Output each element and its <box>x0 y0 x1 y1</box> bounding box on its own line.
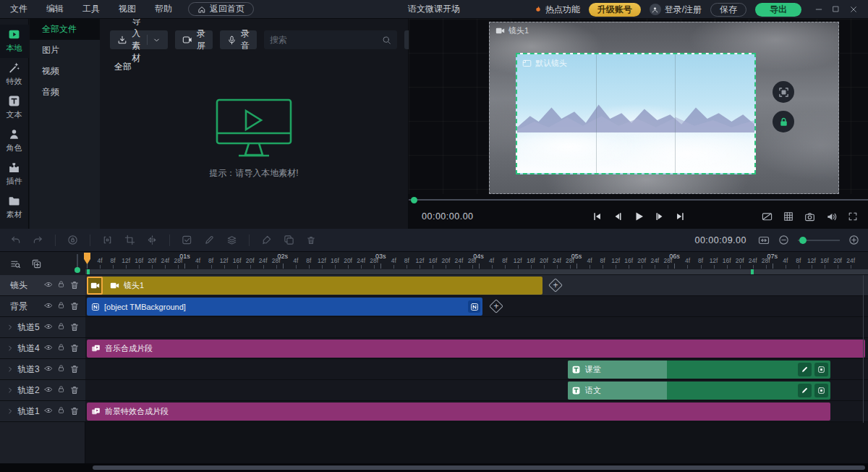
sidebar-item-1[interactable]: 特效 <box>0 58 29 91</box>
export-button[interactable]: 导出 <box>755 3 801 17</box>
volume-button[interactable] <box>826 211 837 222</box>
zoom-slider-handle[interactable] <box>799 237 807 244</box>
track-visibility-icon[interactable] <box>44 301 53 311</box>
record-voice-button[interactable]: 录音 <box>220 30 257 49</box>
track-lane-轨道4[interactable]: 音乐合成片段 <box>85 338 868 358</box>
selected-keyframe[interactable] <box>87 277 103 295</box>
clip-composite[interactable]: 音乐合成片段 <box>87 340 865 358</box>
timeline-overview-strip[interactable] <box>85 269 868 274</box>
menu-item-4[interactable]: 帮助 <box>155 3 172 15</box>
format-brush-button[interactable] <box>261 235 272 245</box>
play-button[interactable] <box>633 211 644 222</box>
sidebar-item-0[interactable]: 本地 <box>0 25 29 58</box>
snapshot-button[interactable] <box>804 211 815 222</box>
hot-features-button[interactable]: 热点功能 <box>534 4 580 16</box>
add-track-icon[interactable] <box>31 258 42 269</box>
clip-composite[interactable]: 前景特效合成片段 <box>87 403 830 421</box>
track-delete-icon[interactable] <box>69 385 80 395</box>
add-keyframe-button[interactable]: + <box>550 279 561 291</box>
track-delete-icon[interactable] <box>69 406 80 416</box>
minimize-button[interactable] <box>814 5 827 14</box>
redo-button[interactable] <box>33 235 43 245</box>
track-visibility-icon[interactable] <box>44 322 53 332</box>
save-button[interactable]: 保存 <box>710 3 746 17</box>
chevron-right-icon[interactable] <box>7 387 14 394</box>
sidebar-item-4[interactable]: 插件 <box>0 158 29 191</box>
horizontal-scrollbar[interactable] <box>0 463 868 472</box>
file-filter-2[interactable]: 视频 <box>30 61 100 82</box>
timeline-ruler[interactable]: 0s4f8f12f16f20f24f28f01s4f8f12f16f20f24f… <box>85 252 868 269</box>
clip-fade-segment[interactable]: 语文 <box>568 382 667 400</box>
track-visibility-icon[interactable] <box>44 385 53 395</box>
sidebar-item-3[interactable]: 角色 <box>0 125 29 158</box>
clip-camera[interactable]: 镜头1 <box>87 277 542 295</box>
zoom-out-button[interactable] <box>778 235 789 245</box>
auto-keyframe-button[interactable] <box>67 235 78 245</box>
search-input[interactable] <box>270 35 382 45</box>
track-header-镜头[interactable]: 镜头 <box>0 275 85 295</box>
track-lane-轨道3[interactable]: 课堂 <box>85 359 868 379</box>
track-header-轨道2[interactable]: 轨道2 <box>0 380 85 400</box>
seek-handle[interactable] <box>411 197 417 203</box>
track-delete-icon[interactable] <box>69 301 80 311</box>
scrollbar-thumb[interactable] <box>93 465 865 470</box>
track-lane-镜头[interactable]: 镜头1+ <box>85 275 868 295</box>
track-visibility-icon[interactable] <box>44 343 53 353</box>
menu-item-3[interactable]: 视图 <box>119 3 136 15</box>
clip-frame-button[interactable] <box>814 363 828 376</box>
select-edit-button[interactable] <box>182 235 192 245</box>
sidebar-item-5[interactable]: 素材 <box>0 191 29 224</box>
fit-timeline-button[interactable] <box>758 235 770 246</box>
file-filter-3[interactable]: 音频 <box>30 82 100 103</box>
track-lock-icon[interactable] <box>57 385 65 395</box>
preview-seekbar[interactable] <box>409 197 868 203</box>
track-delete-icon[interactable] <box>69 322 80 332</box>
track-lock-icon[interactable] <box>57 343 65 353</box>
track-visibility-icon[interactable] <box>44 406 53 416</box>
track-lane-背景[interactable]: [object TMBackground]+ <box>85 296 868 316</box>
previous-frame-button[interactable] <box>613 211 623 222</box>
display-mode-button[interactable] <box>762 211 773 222</box>
track-delete-icon[interactable] <box>69 364 80 374</box>
menu-item-0[interactable]: 文件 <box>10 3 27 15</box>
track-lane-轨道2[interactable]: 语文 <box>85 380 868 400</box>
search-icon[interactable] <box>382 35 391 45</box>
track-visibility-icon[interactable] <box>44 280 53 290</box>
track-lock-icon[interactable] <box>57 322 65 332</box>
skip-start-button[interactable] <box>592 211 603 222</box>
track-header-背景[interactable]: 背景 <box>0 296 85 316</box>
menu-item-2[interactable]: 工具 <box>82 3 100 15</box>
close-button[interactable] <box>849 5 862 14</box>
chevron-right-icon[interactable] <box>7 408 14 415</box>
track-lock-icon[interactable] <box>57 280 65 290</box>
lock-camera-button[interactable] <box>773 111 794 132</box>
fullscreen-button[interactable] <box>848 211 858 222</box>
edit-pen-button[interactable] <box>204 235 215 245</box>
delete-button[interactable] <box>306 235 316 245</box>
track-visibility-icon[interactable] <box>44 364 53 374</box>
import-media-button[interactable]: 导入素材 <box>110 30 168 49</box>
tab-all[interactable]: 全部 <box>114 61 408 73</box>
clip-fade-segment[interactable]: 课堂 <box>568 361 667 379</box>
split-button[interactable] <box>102 235 113 245</box>
clip-background[interactable]: [object TMBackground] <box>87 298 482 316</box>
preview-stage[interactable]: 镜头1 默认镜头 <box>409 19 868 194</box>
clip-animate-button[interactable] <box>798 384 812 397</box>
track-manager-icon[interactable] <box>10 258 21 269</box>
mirror-button[interactable] <box>147 235 158 245</box>
zoom-in-button[interactable] <box>848 235 859 245</box>
track-header-轨道5[interactable]: 轨道5 <box>0 317 85 337</box>
maximize-button[interactable] <box>832 5 845 14</box>
safe-grid-button[interactable] <box>783 211 793 222</box>
search-box[interactable] <box>264 30 397 49</box>
track-delete-icon[interactable] <box>69 280 80 290</box>
track-lane-轨道1[interactable]: 前景特效合成片段 <box>85 401 868 421</box>
chevron-down-icon[interactable] <box>153 36 161 44</box>
login-button[interactable]: 登录/注册 <box>650 4 702 16</box>
focus-camera-button[interactable] <box>773 81 794 103</box>
skip-end-button[interactable] <box>675 211 685 222</box>
undo-button[interactable] <box>10 235 21 245</box>
chevron-right-icon[interactable] <box>7 324 14 331</box>
clip-text[interactable]: 课堂 <box>568 361 830 379</box>
default-camera-frame[interactable]: 默认镜头 <box>516 53 756 174</box>
